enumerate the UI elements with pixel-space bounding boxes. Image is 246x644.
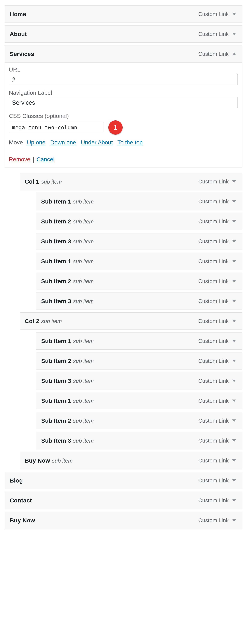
menu-item-type: Custom Link [198,11,229,17]
menu-item-header[interactable]: Sub Item 2sub itemCustom Link [36,352,242,370]
menu-item-type: Custom Link [198,278,229,284]
chevron-down-icon[interactable] [232,180,236,183]
menu-item-header[interactable]: Sub Item 3sub itemCustom Link [36,233,242,250]
chevron-down-icon[interactable] [232,380,236,382]
move-top-link[interactable]: To the top [117,139,143,146]
menu-item-title: Home [10,11,26,18]
chevron-down-icon[interactable] [232,13,236,15]
sub-item-label: sub item [73,418,94,424]
menu-item-header[interactable]: Col 1sub itemCustom Link [20,173,242,190]
chevron-down-icon[interactable] [232,260,236,262]
menu-item-type: Custom Link [198,51,229,57]
menu-item-title: Sub Item 2 [41,278,71,284]
chevron-down-icon[interactable] [232,459,236,462]
menu-item-title: Sub Item 2 [41,358,71,364]
menu-item-title: Buy Now [10,517,35,524]
menu-item-title: Col 2 [25,318,39,324]
sub-item-label: sub item [73,258,94,264]
chevron-down-icon[interactable] [232,340,236,342]
menu-item-header[interactable]: Sub Item 3sub itemCustom Link [36,432,242,449]
chevron-up-icon[interactable] [232,53,236,55]
cancel-link[interactable]: Cancel [37,156,55,162]
move-row: Move Up one Down one Under About To the … [9,139,238,146]
menu-item-type: Custom Link [198,358,229,364]
move-up-link[interactable]: Up one [27,139,45,146]
chevron-down-icon[interactable] [232,320,236,322]
menu-item-type: Custom Link [198,218,229,224]
menu-item-header[interactable]: ContactCustom Link [5,492,242,509]
chevron-down-icon[interactable] [232,360,236,362]
menu-item-type: Custom Link [198,438,229,444]
css-classes-input[interactable] [9,122,103,133]
remove-link[interactable]: Remove [9,156,30,162]
sub-item-label: sub item [73,238,94,244]
menu-item-type: Custom Link [198,198,229,204]
menu-item-title: Sub Item 2 [41,218,71,225]
chevron-down-icon[interactable] [232,300,236,302]
menu-item-title: Sub Item 2 [41,418,71,424]
menu-item-header[interactable]: BlogCustom Link [5,472,242,489]
menu-item-type: Custom Link [198,318,229,324]
menu-item-title: Contact [10,497,32,504]
sub-item-label: sub item [73,278,94,284]
sub-item-label: sub item [41,318,62,324]
chevron-down-icon[interactable] [232,200,236,203]
menu-item-title: Sub Item 1 [41,398,71,404]
menu-item-header[interactable]: Buy NowCustom Link [5,512,242,529]
chevron-down-icon[interactable] [232,440,236,442]
menu-item-title: About [10,31,27,38]
url-label: URL [9,66,238,73]
menu-item-title: Sub Item 1 [41,258,71,265]
css-classes-label: CSS Classes (optional) [9,113,238,119]
menu-item-type: Custom Link [198,498,229,504]
sub-item-label: sub item [73,438,94,444]
chevron-down-icon[interactable] [232,280,236,282]
chevron-down-icon[interactable] [232,519,236,522]
menu-item-title: Sub Item 3 [41,437,71,444]
sub-item-label: sub item [73,358,94,364]
menu-item-header[interactable]: Sub Item 1sub itemCustom Link [36,392,242,409]
nav-label-input[interactable] [9,97,238,108]
menu-item-header[interactable]: Sub Item 2sub itemCustom Link [36,412,242,429]
menu-item-header[interactable]: Sub Item 2sub itemCustom Link [36,272,242,290]
url-input[interactable] [9,74,238,85]
sub-item-label: sub item [73,218,94,225]
sub-item-label: sub item [41,179,62,185]
menu-item-header[interactable]: Sub Item 2sub itemCustom Link [36,213,242,230]
menu-item-type: Custom Link [198,238,229,244]
chevron-down-icon[interactable] [232,479,236,482]
chevron-down-icon[interactable] [232,420,236,422]
menu-item-header[interactable]: Sub Item 3sub itemCustom Link [36,292,242,310]
chevron-down-icon[interactable] [232,400,236,402]
menu-item-title: Sub Item 3 [41,298,71,304]
annotation-badge-1: 1 [108,120,123,134]
menu-item-header[interactable]: HomeCustom Link [5,6,242,23]
menu-item-type: Custom Link [198,398,229,404]
menu-item-header[interactable]: Sub Item 1sub itemCustom Link [36,332,242,350]
chevron-down-icon[interactable] [232,499,236,502]
menu-item-title: Col 1 [25,178,39,185]
menu-item-header[interactable]: Col 2sub itemCustom Link [20,312,242,330]
menu-item-title: Buy Now [25,457,50,464]
sub-item-label: sub item [73,378,94,384]
menu-item-header[interactable]: Buy Nowsub itemCustom Link [20,452,242,469]
move-under-link[interactable]: Under About [81,139,113,146]
menu-item-header[interactable]: AboutCustom Link [5,26,242,42]
menu-item-title: Sub Item 3 [41,238,71,245]
menu-item-header[interactable]: ServicesCustom Link [5,45,242,62]
menu-item-type: Custom Link [198,517,229,524]
chevron-down-icon[interactable] [232,220,236,223]
menu-item-header[interactable]: Sub Item 1sub itemCustom Link [36,253,242,270]
menu-item-title: Services [10,51,34,57]
menu-item-title: Sub Item 1 [41,198,71,205]
action-row: Remove | Cancel [9,156,238,163]
sub-item-label: sub item [73,338,94,344]
menu-item-type: Custom Link [198,378,229,384]
move-label: Move [9,139,23,146]
chevron-down-icon[interactable] [232,240,236,242]
menu-item-header[interactable]: Sub Item 1sub itemCustom Link [36,193,242,210]
menu-item-header[interactable]: Sub Item 3sub itemCustom Link [36,372,242,390]
move-down-link[interactable]: Down one [50,139,76,146]
separator: | [33,156,34,162]
chevron-down-icon[interactable] [232,33,236,35]
